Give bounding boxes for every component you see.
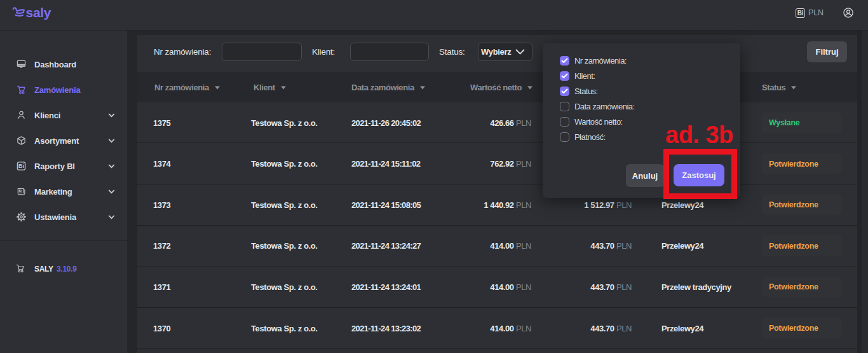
svg-text:saly: saly: [26, 5, 51, 20]
svg-text:Bi: Bi: [18, 163, 24, 169]
